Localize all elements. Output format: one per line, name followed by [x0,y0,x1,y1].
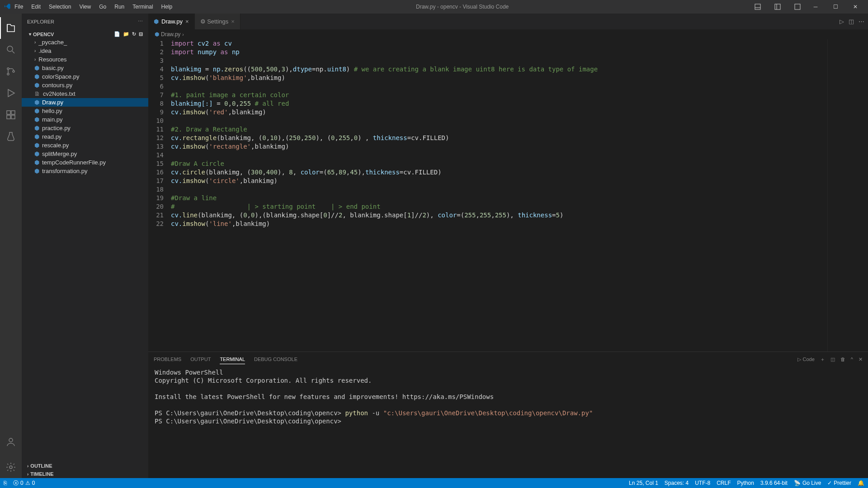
tab-settings[interactable]: ⚙ Settings × [195,14,241,29]
svg-rect-13 [11,115,15,119]
kill-terminal-icon[interactable]: 🗑 [840,357,845,362]
folder-item[interactable]: › Resources [22,55,148,64]
extensions-icon[interactable] [0,104,22,126]
remote-indicator[interactable]: ⎘ [4,480,7,486]
svg-rect-2 [775,4,780,9]
explorer-icon[interactable] [0,17,22,39]
notifications-icon[interactable]: 🔔 [858,480,864,486]
project-root[interactable]: ▾ OPENCV 📄 📁 ↻ ⊟ [22,30,148,38]
close-tab-icon[interactable]: × [185,18,189,25]
tabs-bar: ⬢ Draw.py ×⚙ Settings × ▷ ◫ ⋯ [148,14,868,29]
file-item[interactable]: 🗎 cv2Notes.txt [22,89,148,98]
folder-item[interactable]: › _pycache_ [22,38,148,47]
panel-tabs: PROBLEMSOUTPUTTERMINALDEBUG CONSOLE ▷ Co… [148,352,868,366]
customize-layout-icon[interactable] [788,0,807,14]
panel-tab-terminal[interactable]: TERMINAL [220,355,245,364]
menu-edit[interactable]: Edit [28,2,44,12]
python-icon: ⬢ [155,31,159,38]
vscode-logo-icon [4,3,11,11]
file-item[interactable]: ⬢ colorSpace.py [22,72,148,81]
svg-rect-4 [795,4,800,9]
sidebar-header: EXPLORER ⋯ [22,14,148,29]
editor-area: ⬢ Draw.py ×⚙ Settings × ▷ ◫ ⋯ ⬢ Draw.py … [148,14,868,478]
prettier-status[interactable]: ✓ Prettier [827,480,851,486]
panel-tab-output[interactable]: OUTPUT [190,355,211,364]
file-item[interactable]: ⬢ main.py [22,115,148,124]
sidebar: EXPLORER ⋯ ▾ OPENCV 📄 📁 ↻ ⊟ › _pycache_›… [22,14,148,478]
sidebar-title: EXPLORER [27,19,54,24]
go-live[interactable]: 📡 Go Live [794,480,821,486]
close-icon[interactable]: ✕ [846,0,864,14]
menu-file[interactable]: File [11,2,27,12]
svg-point-14 [9,438,13,442]
menu-bar: FileEditSelectionViewGoRunTerminalHelp [11,2,176,12]
window-title: Draw.py - opencv - Visual Studio Code [176,4,749,10]
svg-point-8 [7,73,9,75]
new-terminal-icon[interactable]: ＋ [820,356,825,363]
problems-indicator[interactable]: ⓧ 0 ⚠ 0 [13,479,35,487]
run-icon[interactable]: ▷ [840,18,844,25]
encoding[interactable]: UTF-8 [695,480,710,486]
terminal-launch-profile[interactable]: ▷ Code [797,357,814,362]
minimap[interactable] [827,39,868,352]
toggle-panel-icon[interactable] [749,0,767,14]
file-item[interactable]: ⬢ read.py [22,132,148,141]
project-name: OPENCV [33,32,54,37]
svg-point-7 [7,68,9,70]
toggle-sidebar-icon[interactable] [769,0,787,14]
tab-draw-py[interactable]: ⬢ Draw.py × [148,14,195,29]
terminal[interactable]: Windows PowerShell Copyright (C) Microso… [148,366,868,478]
close-tab-icon[interactable]: × [231,18,235,25]
menu-go[interactable]: Go [95,2,110,12]
file-item[interactable]: ⬢ transformation.py [22,167,148,175]
eol[interactable]: CRLF [717,480,731,486]
file-item[interactable]: ⬢ basic.py [22,64,148,72]
menu-terminal[interactable]: Terminal [129,2,156,12]
timeline-section[interactable]: ›TIMELINE [22,470,148,478]
close-panel-icon[interactable]: ✕ [859,357,863,362]
file-item[interactable]: ⬢ contours.py [22,81,148,89]
python-interpreter[interactable]: 3.9.6 64-bit [760,480,788,486]
svg-rect-0 [755,4,760,9]
file-item[interactable]: ⬢ Draw.py [22,98,148,107]
split-editor-icon[interactable]: ◫ [849,18,854,25]
breadcrumb[interactable]: ⬢ Draw.py › [148,29,868,39]
accounts-icon[interactable] [0,431,22,453]
search-icon[interactable] [0,39,22,61]
menu-run[interactable]: Run [111,2,128,12]
panel-tab-debug-console[interactable]: DEBUG CONSOLE [254,355,297,364]
split-terminal-icon[interactable]: ◫ [830,357,835,362]
run-debug-icon[interactable] [0,82,22,104]
more-actions-icon[interactable]: ⋯ [859,18,864,25]
cursor-position[interactable]: Ln 25, Col 1 [629,480,658,486]
settings-gear-icon[interactable] [0,456,22,478]
titlebar: FileEditSelectionViewGoRunTerminalHelp D… [0,0,868,14]
file-item[interactable]: ⬢ rescale.py [22,141,148,150]
menu-selection[interactable]: Selection [45,2,75,12]
svg-rect-12 [7,115,10,119]
file-item[interactable]: ⬢ hello.py [22,107,148,115]
source-control-icon[interactable] [0,61,22,82]
outline-section[interactable]: ›OUTLINE [22,462,148,470]
collapse-icon[interactable]: ⊟ [139,31,143,37]
menu-view[interactable]: View [75,2,94,12]
maximize-panel-icon[interactable]: ^ [851,357,853,362]
file-item[interactable]: ⬢ tempCodeRunnerFile.py [22,158,148,167]
code-editor[interactable]: 12345678910111213141516171819202122 impo… [148,39,868,352]
file-item[interactable]: ⬢ practice.py [22,124,148,132]
indentation[interactable]: Spaces: 4 [665,480,689,486]
maximize-icon[interactable]: ☐ [826,0,844,14]
new-folder-icon[interactable]: 📁 [123,31,129,37]
refresh-icon[interactable]: ↻ [132,31,136,37]
new-file-icon[interactable]: 📄 [114,31,120,37]
panel-tab-problems[interactable]: PROBLEMS [154,355,181,364]
language-mode[interactable]: Python [737,480,754,486]
more-icon[interactable]: ⋯ [138,19,143,24]
chevron-down-icon: ▾ [29,32,31,37]
menu-help[interactable]: Help [158,2,176,12]
breadcrumb-file: Draw.py [161,31,180,38]
file-item[interactable]: ⬢ splitMerge.py [22,150,148,158]
folder-item[interactable]: › .idea [22,47,148,55]
testing-icon[interactable] [0,126,22,147]
minimize-icon[interactable]: ─ [807,0,825,14]
